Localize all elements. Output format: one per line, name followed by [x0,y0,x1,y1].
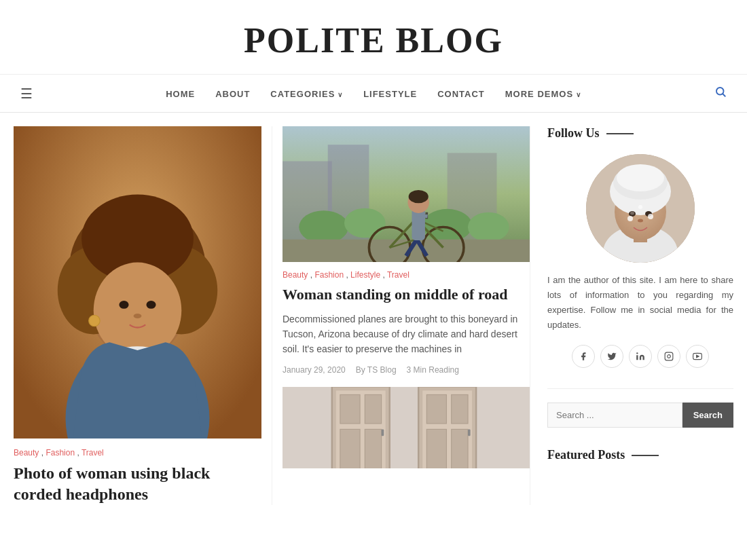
search-button[interactable]: Search [682,403,733,428]
site-header: POLITE BLOG [0,0,747,75]
nav-link-home[interactable]: HOME [166,89,195,99]
cat-beauty-left[interactable]: Beauty [14,448,39,458]
svg-point-20 [299,210,348,244]
nav-link-lifestyle[interactable]: LIFESTYLE [363,89,417,99]
follow-bio: I am the author of this site. I am here … [547,273,733,333]
svg-rect-45 [340,429,360,468]
post-info-right: January 29, 2020 By TS Blog 3 Min Readin… [283,365,530,375]
post-card-bottom [283,387,530,468]
svg-rect-54 [468,429,471,436]
linkedin-icon[interactable] [629,345,652,368]
nav-link-contact[interactable]: CONTACT [437,89,485,99]
svg-line-1 [723,94,725,96]
svg-point-63 [617,164,664,191]
search-icon[interactable] [714,86,727,101]
twitter-icon[interactable] [600,345,623,368]
featured-posts-heading: Featured Posts [547,448,733,462]
sidebar: Follow Us [530,126,733,505]
svg-point-23 [468,212,509,242]
post-image-left [14,126,261,438]
svg-rect-44 [365,394,381,423]
posts-grid: Beauty , Fashion , Travel Photo of woman… [14,126,530,505]
nav-item-about[interactable]: ABOUT [215,88,250,100]
cat-travel-left[interactable]: Travel [81,448,104,458]
post-card-right: Beauty , Fashion , Lifestyle , Travel Wo… [272,126,530,505]
post-card-left: Beauty , Fashion , Travel Photo of woman… [14,126,272,505]
post-meta-cats-right: Beauty , Fashion , Lifestyle , Travel [283,270,530,280]
facebook-icon[interactable] [572,345,595,368]
search-section: Search [547,403,733,428]
follow-us-heading: Follow Us [547,126,733,141]
hamburger-icon[interactable]: ☰ [20,86,33,102]
svg-line-38 [417,214,428,216]
svg-marker-75 [697,356,699,358]
post-read-time: 3 Min Reading [407,365,459,375]
nav-link-more-demos[interactable]: MORE DEMOS [505,89,581,99]
main-container: Beauty , Fashion , Travel Photo of woman… [0,113,747,519]
post-excerpt-right: Decommissioned planes are brought to thi… [283,312,530,357]
nav-item-home[interactable]: HOME [166,88,195,100]
svg-rect-51 [426,429,446,468]
site-title: POLITE BLOG [14,20,733,60]
svg-point-12 [146,301,156,309]
search-box: Search [547,403,733,428]
svg-rect-46 [365,429,381,468]
site-nav: ☰ HOME ABOUT CATEGORIES LIFESTYLE CONTAC… [0,75,747,113]
youtube-icon[interactable] [686,345,709,368]
svg-point-70 [638,205,642,209]
svg-rect-53 [382,429,384,436]
search-input[interactable] [547,403,682,428]
svg-point-13 [134,314,142,318]
svg-rect-71 [636,356,638,360]
nav-links: HOME ABOUT CATEGORIES LIFESTYLE CONTACT … [166,88,581,100]
cat-beauty-right[interactable]: Beauty [283,270,308,280]
cat-lifestyle-right[interactable]: Lifestyle [350,270,380,280]
social-icons [547,345,733,368]
cat-fashion-left[interactable]: Fashion [45,448,75,458]
svg-rect-40 [283,387,530,468]
post-title-left[interactable]: Photo of woman using black corded headph… [14,463,261,505]
nav-link-categories[interactable]: CATEGORIES [270,89,343,99]
svg-rect-50 [452,394,468,423]
svg-rect-73 [665,353,673,361]
svg-point-68 [627,216,633,221]
svg-point-11 [119,301,128,309]
avatar [586,154,695,263]
nav-link-about[interactable]: ABOUT [215,89,250,99]
svg-point-72 [636,353,638,354]
nav-item-categories[interactable]: CATEGORIES [270,88,343,100]
svg-rect-49 [426,394,446,423]
content-area: Beauty , Fashion , Travel Photo of woman… [14,126,530,505]
svg-point-66 [630,212,634,215]
svg-point-67 [638,219,643,223]
nav-item-more-demos[interactable]: MORE DEMOS [505,88,581,100]
svg-point-15 [89,315,100,326]
cat-fashion-right[interactable]: Fashion [314,270,344,280]
cat-travel-right[interactable]: Travel [387,270,409,280]
svg-point-69 [648,214,653,219]
nav-item-lifestyle[interactable]: LIFESTYLE [363,88,417,100]
post-meta-cats-left: Beauty , Fashion , Travel [14,448,261,458]
featured-posts-section: Featured Posts [547,448,733,462]
post-image-right [283,126,530,262]
svg-rect-43 [340,394,360,423]
follow-us-section: Follow Us [547,126,733,368]
instagram-icon[interactable] [657,345,680,368]
svg-rect-52 [452,429,468,468]
nav-item-contact[interactable]: CONTACT [437,88,485,100]
divider [547,388,733,389]
post-title-right[interactable]: Woman standing on middle of road [283,285,530,305]
svg-point-21 [344,208,386,238]
post-author: By TS Blog [356,365,397,375]
svg-point-37 [409,190,429,203]
post-date: January 29, 2020 [283,365,346,375]
post-image-bottom [283,387,530,468]
